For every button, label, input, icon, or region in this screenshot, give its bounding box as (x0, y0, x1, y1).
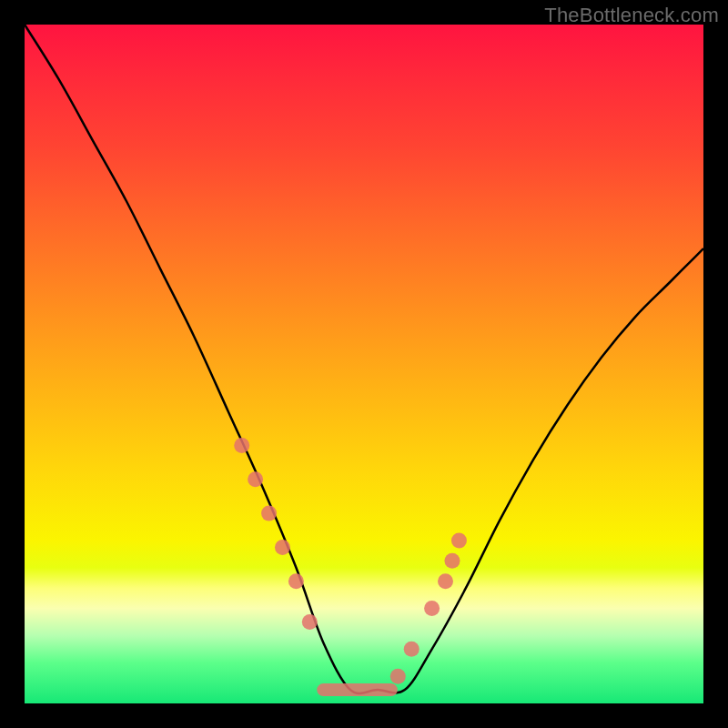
chart-frame: TheBottleneck.com (0, 0, 728, 728)
data-marker (451, 532, 467, 548)
data-marker (424, 601, 440, 616)
chart-plot-area (25, 25, 703, 703)
data-marker (288, 573, 304, 589)
data-marker (404, 642, 420, 657)
data-marker (275, 540, 290, 555)
bottleneck-curve (25, 25, 703, 693)
data-marker (438, 573, 453, 589)
data-marker (302, 614, 318, 630)
chart-svg (25, 25, 703, 703)
data-marker (234, 438, 249, 453)
data-marker (248, 471, 263, 487)
data-marker (261, 506, 277, 521)
data-marker (444, 553, 460, 569)
data-marker (390, 669, 406, 684)
